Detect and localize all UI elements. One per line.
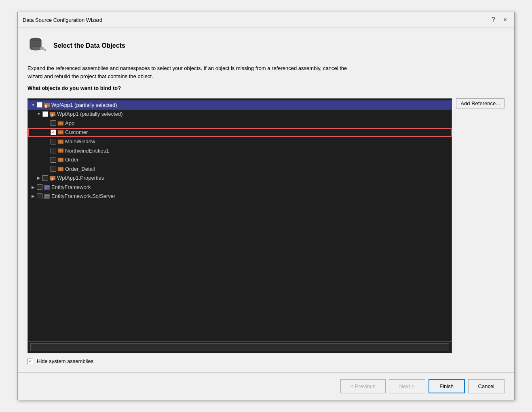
finish-button[interactable]: Finish (429, 379, 465, 393)
cancel-button[interactable]: Cancel (468, 379, 505, 393)
class-icon-mainwindow (57, 138, 65, 145)
label-ef: EntityFramework (51, 184, 91, 190)
label-app: App (65, 120, 74, 126)
ref-icon-efsql (44, 193, 51, 200)
help-button[interactable]: ? (489, 15, 498, 24)
side-buttons: Add Reference... (456, 98, 505, 353)
svg-text:{}: {} (51, 177, 53, 181)
hide-assemblies-checkbox[interactable] (27, 359, 33, 364)
next-button[interactable]: Next > (389, 379, 425, 393)
label-mainwindow: MainWindow (65, 138, 95, 144)
tree-item-efsql[interactable]: ▶ EntityFramework.SqlServer (28, 192, 452, 201)
svg-rect-31 (45, 197, 46, 198)
checkbox-order[interactable] (51, 157, 56, 163)
tree-item-mainwindow[interactable]: MainWindow (28, 137, 452, 146)
tree-item-wpfprops[interactable]: ▶ {} WpfApp1.Properties (28, 174, 452, 183)
svg-rect-26 (47, 186, 49, 187)
label-ns1: WpfApp1 (partially selected) (57, 111, 123, 117)
previous-button[interactable]: < Previous (340, 379, 386, 393)
checkbox-customer[interactable] (51, 130, 56, 135)
dialog-footer: < Previous Next > Finish Cancel (18, 372, 514, 400)
hide-assemblies-row: Hide system assemblies (27, 358, 505, 364)
tree-item-root[interactable]: ▼ {} WpfApp1 (partially selected) (28, 100, 452, 110)
description-text: Expand the referenced assemblies and nam… (27, 64, 351, 80)
checkbox-efsql[interactable] (37, 193, 42, 199)
class-icon-northwind (57, 147, 65, 154)
ref-icon-ef (44, 184, 51, 191)
tree-item-order_detail[interactable]: Order_Detail (28, 164, 452, 174)
namespace-icon-wpfprops: {} (49, 175, 57, 182)
checkbox-ef[interactable] (37, 184, 42, 190)
close-button[interactable]: × (501, 15, 509, 24)
class-icon-order_detail (57, 166, 65, 172)
collapse-arrow-ns1[interactable]: ▼ (36, 111, 42, 117)
search-input[interactable] (30, 343, 449, 351)
svg-text:{}: {} (45, 104, 47, 108)
svg-rect-30 (47, 195, 49, 196)
tree-item-app[interactable]: App (28, 119, 452, 128)
namespace-icon-ns1: {} (49, 111, 57, 118)
label-northwind: NorthwindEntities1 (65, 148, 109, 154)
title-bar: Data Source Configuration Wizard ? × (18, 12, 514, 28)
search-bar (27, 342, 452, 353)
database-icon (27, 36, 47, 55)
class-icon-order (57, 156, 65, 163)
svg-point-11 (59, 122, 62, 125)
bind-label: What objects do you want to bind to? (27, 85, 505, 91)
dialog-title: Data Source Configuration Wizard (23, 17, 102, 23)
label-wpfprops: WpfApp1.Properties (57, 175, 104, 181)
tree-panel: ▼ {} WpfApp1 (partially selected)▼ {} Wp… (27, 98, 505, 353)
header-section: Select the Data Objects (27, 36, 505, 59)
tree-container[interactable]: ▼ {} WpfApp1 (partially selected)▼ {} Wp… (27, 98, 452, 342)
label-root: WpfApp1 (partially selected) (51, 102, 117, 108)
svg-point-13 (59, 131, 62, 134)
checkbox-app[interactable] (51, 120, 56, 126)
svg-point-19 (59, 159, 62, 161)
tree-section: ▼ {} WpfApp1 (partially selected)▼ {} Wp… (27, 98, 452, 353)
dialog: Data Source Configuration Wizard ? × Sel… (17, 12, 515, 400)
checkbox-mainwindow[interactable] (51, 139, 56, 144)
collapse-arrow-root[interactable]: ▼ (30, 102, 36, 108)
svg-rect-3 (40, 47, 44, 50)
tree-item-order[interactable]: Order (28, 155, 452, 164)
svg-text:{}: {} (51, 113, 53, 117)
tree-item-ns1[interactable]: ▼ {} WpfApp1 (partially selected) (28, 110, 452, 119)
svg-point-17 (59, 149, 62, 152)
checkbox-northwind[interactable] (51, 148, 56, 153)
collapse-arrow-efsql[interactable]: ▶ (30, 193, 36, 199)
hide-assemblies-label: Hide system assemblies (37, 358, 93, 364)
tree-item-ef[interactable]: ▶ EntityFramework (28, 183, 452, 192)
label-customer: Customer (65, 129, 88, 135)
svg-rect-27 (45, 188, 46, 189)
svg-point-15 (59, 140, 62, 143)
tree-item-northwind[interactable]: NorthwindEntities1 (28, 146, 452, 155)
collapse-arrow-wpfprops[interactable]: ▶ (36, 175, 42, 181)
dialog-content: Select the Data Objects Expand the refer… (18, 28, 514, 372)
svg-rect-29 (45, 195, 46, 196)
namespace-icon-root: {} (44, 102, 51, 108)
class-icon-customer (57, 129, 65, 136)
header-title: Select the Data Objects (53, 42, 125, 49)
svg-point-5 (44, 49, 46, 51)
add-reference-button[interactable]: Add Reference... (456, 98, 505, 108)
checkbox-root[interactable] (37, 102, 42, 108)
label-order: Order (65, 157, 78, 163)
checkbox-wpfprops[interactable] (42, 175, 48, 181)
collapse-arrow-ef[interactable]: ▶ (30, 184, 36, 190)
checkbox-order_detail[interactable] (51, 166, 56, 172)
checkbox-ns1[interactable] (42, 111, 48, 117)
svg-rect-25 (45, 186, 46, 187)
label-efsql: EntityFramework.SqlServer (51, 193, 115, 199)
label-order_detail: Order_Detail (65, 166, 95, 172)
class-icon-app (57, 120, 65, 127)
title-bar-buttons: ? × (489, 15, 509, 24)
svg-point-21 (59, 168, 62, 170)
tree-item-customer[interactable]: Customer (28, 128, 452, 137)
